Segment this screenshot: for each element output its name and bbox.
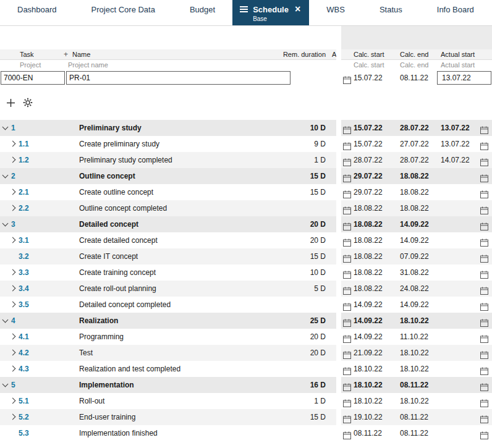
calendar-icon[interactable] — [480, 140, 488, 148]
task-number[interactable]: 3 — [11, 216, 15, 232]
calendar-icon[interactable] — [343, 220, 351, 228]
calendar-icon[interactable] — [480, 349, 488, 357]
calendar-icon[interactable] — [343, 268, 351, 276]
task-name[interactable]: Create preliminary study — [79, 136, 159, 152]
calendar-icon[interactable] — [343, 74, 351, 82]
calendar-icon[interactable] — [343, 156, 351, 164]
task-name[interactable]: Detailed concept completed — [79, 297, 171, 313]
calendar-icon[interactable] — [480, 236, 488, 244]
calendar-icon[interactable] — [343, 172, 351, 180]
calendar-icon[interactable] — [480, 413, 488, 421]
task-name[interactable]: Preliminary study — [79, 120, 142, 136]
add-column-icon[interactable]: + — [64, 49, 68, 60]
chevron-right-icon[interactable] — [10, 366, 16, 372]
task-row[interactable]: 3.5Detailed concept completed14.09.2214.… — [0, 297, 492, 313]
task-row[interactable]: 3.3Create training concept10 D18.08.2231… — [0, 264, 492, 281]
task-number[interactable]: 2.1 — [19, 184, 29, 200]
task-row[interactable]: 3Detailed concept20 D18.08.2214.09.22 — [0, 216, 492, 232]
tab-wbs[interactable]: WBS — [309, 0, 362, 25]
task-row[interactable]: 5.1Roll-out1 D18.10.2218.10.22 — [0, 393, 492, 409]
calendar-icon[interactable] — [343, 429, 351, 437]
calendar-icon[interactable] — [343, 188, 351, 196]
chevron-right-icon[interactable] — [10, 237, 16, 243]
task-row[interactable]: 5.2End-user training15 D19.10.2208.11.22 — [0, 409, 492, 425]
chevron-right-icon[interactable] — [10, 398, 16, 404]
task-row[interactable]: 3.1Create detailed concept20 D18.08.2214… — [0, 232, 492, 248]
task-name[interactable]: Implementation — [79, 377, 134, 393]
hamburger-menu-icon[interactable] — [240, 6, 248, 12]
chevron-right-icon[interactable] — [10, 141, 16, 147]
task-name[interactable]: Realization and test completed — [79, 361, 180, 377]
chevron-right-icon[interactable] — [10, 414, 16, 420]
task-number[interactable]: 5.3 — [19, 425, 29, 441]
task-row[interactable]: 3.4Create roll-out planning5 D18.08.2224… — [0, 281, 492, 297]
calendar-icon[interactable] — [480, 252, 488, 260]
calendar-icon[interactable] — [343, 365, 351, 373]
task-row[interactable]: 2.1Create outline concept15 D29.07.2218.… — [0, 184, 492, 200]
chevron-right-icon[interactable] — [10, 334, 16, 340]
project-actual-start-input[interactable]: 13.07.22 — [437, 71, 491, 85]
task-name[interactable]: Programming — [79, 329, 124, 345]
calendar-icon[interactable] — [480, 381, 488, 389]
task-row[interactable]: 2Outline concept15 D29.07.2218.08.22 — [0, 168, 492, 184]
task-row[interactable]: 4.1Programming20 D14.09.2211.10.22 — [0, 329, 492, 345]
tab-schedule[interactable]: Schedule×Base — [232, 0, 309, 25]
settings-gear-icon[interactable] — [22, 97, 33, 108]
calendar-icon[interactable] — [480, 316, 488, 324]
task-number[interactable]: 5.1 — [19, 393, 29, 409]
task-name[interactable]: Detailed concept — [79, 216, 138, 232]
task-number[interactable]: 3.1 — [19, 232, 29, 248]
task-row[interactable]: 4.3Realization and test completed18.10.2… — [0, 361, 492, 377]
task-name[interactable]: Realization — [79, 313, 118, 329]
calendar-icon[interactable] — [480, 268, 488, 276]
task-row[interactable]: 5.3Implementation finished08.11.2208.11.… — [0, 425, 492, 441]
calendar-icon[interactable] — [343, 252, 351, 260]
project-name-input[interactable] — [66, 71, 291, 85]
chevron-down-icon[interactable] — [2, 381, 9, 387]
calendar-icon[interactable] — [343, 300, 351, 308]
task-number[interactable]: 3.2 — [19, 248, 29, 264]
calendar-icon[interactable] — [480, 332, 488, 340]
chevron-right-icon[interactable] — [10, 269, 16, 276]
task-row[interactable]: 4.2Test20 D21.09.2218.10.22 — [0, 345, 492, 361]
task-row[interactable]: 1.1Create preliminary study9 D15.07.2227… — [0, 136, 492, 152]
calendar-icon[interactable] — [343, 332, 351, 340]
chevron-right-icon[interactable] — [10, 189, 16, 195]
chevron-right-icon[interactable] — [10, 157, 16, 163]
calendar-icon[interactable] — [480, 172, 488, 180]
task-row[interactable]: 4Realization25 D14.09.2218.10.22 — [0, 313, 492, 329]
chevron-right-icon[interactable] — [10, 285, 16, 292]
task-number[interactable]: 2 — [11, 168, 15, 184]
calendar-icon[interactable] — [343, 349, 351, 357]
task-name[interactable]: End-user training — [79, 409, 135, 425]
calendar-icon[interactable] — [480, 365, 488, 373]
add-task-button[interactable] — [5, 97, 16, 108]
task-number[interactable]: 4.1 — [19, 329, 29, 345]
task-number[interactable]: 4 — [11, 313, 15, 329]
task-row[interactable]: 5Implementation16 D18.10.2208.11.22 — [0, 377, 492, 393]
chevron-right-icon[interactable] — [10, 302, 16, 308]
task-name[interactable]: Outline concept — [79, 168, 135, 184]
task-number[interactable]: 3.5 — [19, 297, 29, 313]
calendar-icon[interactable] — [343, 284, 351, 292]
task-name[interactable]: Implementation finished — [79, 425, 158, 441]
task-row[interactable]: 1Preliminary study10 D15.07.2228.07.2213… — [0, 120, 492, 136]
calendar-icon[interactable] — [343, 236, 351, 244]
tab-dashboard[interactable]: Dashboard — [0, 0, 74, 25]
calendar-icon[interactable] — [343, 316, 351, 324]
chevron-down-icon[interactable] — [2, 317, 9, 323]
tab-status[interactable]: Status — [362, 0, 420, 25]
calendar-icon[interactable] — [480, 284, 488, 292]
calendar-icon[interactable] — [343, 124, 351, 132]
calendar-icon[interactable] — [480, 220, 488, 228]
task-number[interactable]: 5 — [11, 377, 15, 393]
task-name[interactable]: Outline concept completed — [79, 200, 167, 216]
task-number[interactable]: 5.2 — [19, 409, 29, 425]
chevron-right-icon[interactable] — [10, 205, 16, 211]
close-tab-icon[interactable]: × — [295, 4, 300, 14]
task-name[interactable]: Create outline concept — [79, 184, 153, 200]
calendar-icon[interactable] — [343, 140, 351, 148]
calendar-icon[interactable] — [480, 300, 488, 308]
calendar-icon[interactable] — [480, 429, 488, 437]
task-row[interactable]: 1.2Preliminary study completed1 D28.07.2… — [0, 152, 492, 168]
